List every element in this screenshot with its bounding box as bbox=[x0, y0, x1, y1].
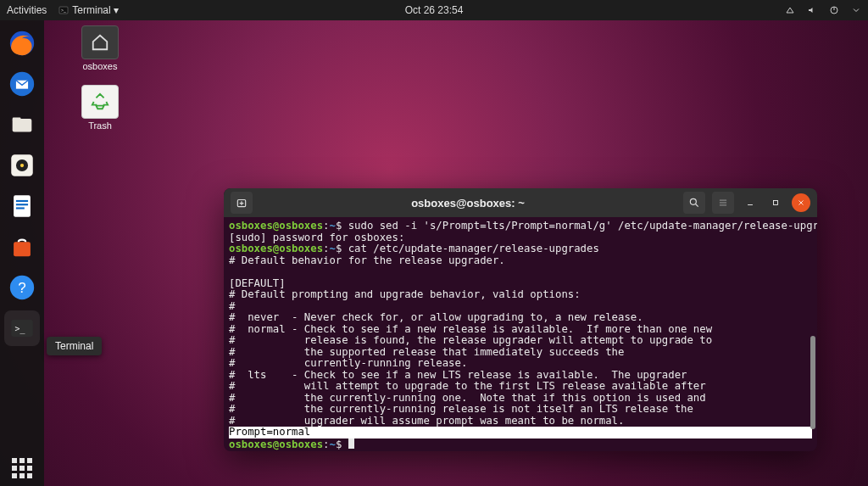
shopping-bag-icon bbox=[8, 232, 36, 261]
close-button[interactable] bbox=[792, 193, 810, 212]
show-applications-button[interactable] bbox=[4, 450, 40, 486]
new-tab-icon bbox=[236, 197, 248, 209]
terminal-cmd1: sudo sed -i 's/Prompt=lts/Prompt=normal/… bbox=[348, 220, 817, 232]
dock: ? >_ bbox=[0, 20, 44, 486]
svg-rect-29 bbox=[774, 201, 778, 205]
folder-icon bbox=[8, 110, 36, 139]
document-icon bbox=[8, 192, 36, 221]
search-button[interactable] bbox=[683, 192, 705, 214]
home-icon bbox=[91, 33, 109, 52]
dock-thunderbird[interactable] bbox=[4, 66, 40, 102]
music-icon bbox=[8, 151, 36, 180]
dock-software[interactable] bbox=[4, 229, 40, 265]
desktop[interactable]: osboxes Trash osboxes@osboxes: ~ osboxes… bbox=[44, 20, 868, 486]
grid-icon bbox=[12, 458, 32, 478]
maximize-icon bbox=[771, 198, 780, 207]
svg-text:?: ? bbox=[18, 280, 25, 296]
dock-libreoffice-writer[interactable] bbox=[4, 188, 40, 224]
minimize-button[interactable] bbox=[741, 193, 760, 212]
close-icon bbox=[797, 198, 805, 207]
dock-terminal[interactable]: >_ bbox=[4, 310, 40, 346]
clock[interactable]: Oct 26 23:54 bbox=[405, 4, 464, 16]
minimize-icon bbox=[746, 198, 754, 207]
terminal-icon: >_ bbox=[58, 5, 69, 15]
terminal-body[interactable]: osboxes@osboxes:~$ sudo sed -i 's/Prompt… bbox=[224, 217, 817, 451]
svg-point-10 bbox=[20, 164, 24, 167]
terminal-line-sudo: [sudo] password for osboxes: bbox=[229, 232, 404, 243]
desktop-trash[interactable]: Trash bbox=[70, 85, 131, 131]
activities-button[interactable]: Activities bbox=[7, 4, 47, 16]
svg-line-24 bbox=[696, 204, 698, 207]
terminal-title: osboxes@osboxes: ~ bbox=[259, 197, 676, 209]
dock-firefox[interactable] bbox=[4, 25, 40, 61]
network-status-icon[interactable] bbox=[785, 5, 795, 15]
thunderbird-icon bbox=[8, 70, 36, 98]
svg-rect-14 bbox=[16, 207, 25, 209]
search-icon bbox=[688, 197, 700, 209]
firefox-icon bbox=[8, 29, 36, 58]
svg-rect-7 bbox=[13, 118, 21, 121]
svg-rect-11 bbox=[14, 195, 31, 217]
app-menu-label: Terminal ▾ bbox=[72, 4, 119, 16]
terminal-highlight-line: Prompt=normal bbox=[229, 427, 812, 439]
terminal-cursor bbox=[348, 439, 354, 449]
desktop-home-folder[interactable]: osboxes bbox=[70, 25, 131, 71]
desktop-home-label: osboxes bbox=[70, 61, 131, 71]
svg-point-23 bbox=[690, 198, 696, 204]
dock-rhythmbox[interactable] bbox=[4, 148, 40, 183]
terminal-titlebar[interactable]: osboxes@osboxes: ~ bbox=[224, 188, 817, 217]
hamburger-icon bbox=[717, 197, 729, 209]
maximize-button[interactable] bbox=[766, 193, 785, 212]
terminal-out: # Default behavior for the release upgra… bbox=[229, 254, 505, 266]
dock-files[interactable] bbox=[4, 107, 40, 142]
recycle-icon bbox=[91, 92, 109, 111]
svg-rect-15 bbox=[14, 242, 31, 256]
svg-rect-13 bbox=[16, 204, 28, 205]
volume-icon[interactable] bbox=[807, 5, 817, 15]
dock-help[interactable]: ? bbox=[4, 270, 40, 305]
terminal-window: osboxes@osboxes: ~ osboxes@osboxes:~$ su… bbox=[224, 188, 817, 451]
app-menu-button[interactable]: >_ Terminal ▾ bbox=[58, 4, 119, 16]
power-icon[interactable] bbox=[829, 5, 839, 15]
terminal-cmd2: cat /etc/update-manager/release-upgrades bbox=[348, 243, 599, 254]
hamburger-menu-button[interactable] bbox=[712, 192, 734, 214]
help-icon: ? bbox=[8, 273, 36, 302]
new-tab-button[interactable] bbox=[231, 192, 253, 214]
desktop-trash-label: Trash bbox=[70, 120, 131, 131]
scrollbar-thumb[interactable] bbox=[810, 336, 815, 429]
topbar: Activities >_ Terminal ▾ Oct 26 23:54 bbox=[0, 0, 868, 20]
svg-text:>_: >_ bbox=[61, 8, 66, 13]
terminal-app-icon: >_ bbox=[8, 314, 36, 343]
svg-text:>_: >_ bbox=[15, 324, 25, 334]
svg-rect-12 bbox=[16, 200, 28, 202]
system-menu-chevron-icon[interactable] bbox=[851, 5, 861, 15]
